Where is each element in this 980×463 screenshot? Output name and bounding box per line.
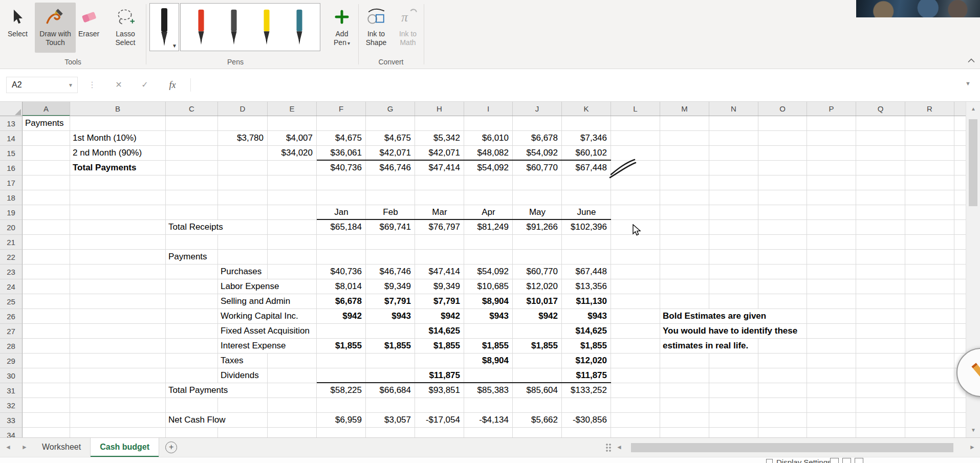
cell-C31[interactable]: Total Payments xyxy=(168,383,232,398)
cell-D29[interactable]: Taxes xyxy=(221,354,247,368)
row-header-21[interactable]: 21 xyxy=(0,235,23,250)
cell-B16[interactable]: Total Payments xyxy=(73,161,140,175)
row-header-15[interactable]: 15 xyxy=(0,146,23,161)
name-box[interactable]: A2 ▼ xyxy=(6,77,78,93)
cell-K26[interactable]: $943 xyxy=(562,309,607,323)
cell-I33[interactable]: -$4,134 xyxy=(465,413,509,427)
cell-J23[interactable]: $60,770 xyxy=(513,264,558,279)
cell-D30[interactable]: Dividends xyxy=(221,368,263,383)
column-header-H[interactable]: H xyxy=(415,102,464,116)
formula-input[interactable] xyxy=(195,77,958,93)
cell-H26[interactable]: $942 xyxy=(416,309,460,323)
scroll-down-icon[interactable]: ▼ xyxy=(966,423,980,437)
cell-I20[interactable]: $81,249 xyxy=(465,220,509,234)
column-header-E[interactable]: E xyxy=(268,102,317,116)
cell-I16[interactable]: $54,092 xyxy=(465,161,509,175)
scroll-up-icon[interactable]: ▲ xyxy=(966,102,980,116)
cell-H15[interactable]: $42,071 xyxy=(416,146,460,160)
add-pen-button[interactable]: Add Pen▾ xyxy=(329,3,355,53)
name-box-dropdown-icon[interactable]: ▼ xyxy=(68,82,77,88)
column-header-G[interactable]: G xyxy=(366,102,415,116)
cell-E15[interactable]: $34,020 xyxy=(268,146,313,160)
cell-I23[interactable]: $54,092 xyxy=(465,264,509,279)
collapse-ribbon-icon[interactable] xyxy=(967,56,977,64)
cell-I15[interactable]: $48,082 xyxy=(465,146,509,160)
cell-I14[interactable]: $6,010 xyxy=(465,131,509,145)
cell-K24[interactable]: $13,356 xyxy=(562,279,607,294)
cell-J19[interactable]: May xyxy=(513,205,562,219)
row-header-33[interactable]: 33 xyxy=(0,413,23,428)
cell-J24[interactable]: $12,020 xyxy=(513,279,558,294)
normal-view-icon[interactable] xyxy=(830,458,839,463)
red-pen-button[interactable] xyxy=(195,7,207,48)
cell-I28[interactable]: $1,855 xyxy=(465,339,509,353)
cell-K19[interactable]: June xyxy=(562,205,611,219)
cell-D23[interactable]: Purchases xyxy=(221,264,266,279)
eraser-button[interactable]: Eraser xyxy=(76,3,102,53)
cell-H23[interactable]: $47,414 xyxy=(416,264,460,279)
scrollbar-resize-grip[interactable] xyxy=(605,443,612,452)
cell-B14[interactable]: 1st Month (10%) xyxy=(73,131,141,145)
gray-pen-button[interactable] xyxy=(228,7,240,48)
cell-G31[interactable]: $66,684 xyxy=(366,383,411,398)
cell-F15[interactable]: $36,061 xyxy=(317,146,362,160)
cell-F24[interactable]: $8,014 xyxy=(317,279,362,294)
cell-B15[interactable]: 2 nd Month (90%) xyxy=(73,146,146,160)
cell-D28[interactable]: Interest Expense xyxy=(221,339,290,353)
draw-with-touch-button[interactable]: Draw with Touch xyxy=(35,3,76,53)
display-settings[interactable]: Display Settings xyxy=(766,458,832,463)
cell-G33[interactable]: $3,057 xyxy=(366,413,411,427)
cell-K29[interactable]: $12,020 xyxy=(562,354,607,368)
cell-G15[interactable]: $42,071 xyxy=(366,146,411,160)
cell-G14[interactable]: $4,675 xyxy=(366,131,411,145)
lasso-select-button[interactable]: Lasso Select xyxy=(105,3,146,53)
cell-D24[interactable]: Labor Expense xyxy=(221,279,283,294)
cell-G25[interactable]: $7,791 xyxy=(366,294,411,308)
cell-K27[interactable]: $14,625 xyxy=(562,324,607,338)
cell-J15[interactable]: $54,092 xyxy=(513,146,558,160)
cell-K14[interactable]: $7,346 xyxy=(562,131,607,145)
cell-M28[interactable]: estimates in real life. xyxy=(663,339,752,353)
cell-G28[interactable]: $1,855 xyxy=(366,339,411,353)
cell-H14[interactable]: $5,342 xyxy=(416,131,460,145)
cell-M26[interactable]: Bold Estimates are given xyxy=(663,309,770,323)
cell-J33[interactable]: $5,662 xyxy=(513,413,558,427)
row-header-18[interactable]: 18 xyxy=(0,190,23,205)
cell-K25[interactable]: $11,130 xyxy=(562,294,607,308)
row-header-34[interactable]: 34 xyxy=(0,428,23,437)
column-header-C[interactable]: C xyxy=(166,102,218,116)
ink-to-shape-button[interactable]: Ink to Shape xyxy=(361,3,391,53)
row-header-28[interactable]: 28 xyxy=(0,339,23,354)
column-header-A[interactable]: A xyxy=(23,102,70,116)
cell-A13[interactable]: Payments xyxy=(25,116,68,130)
cell-F26[interactable]: $942 xyxy=(317,309,362,323)
cell-K16[interactable]: $67,448 xyxy=(562,161,607,175)
cell-I29[interactable]: $8,904 xyxy=(465,354,509,368)
sheet-nav-right-icon[interactable]: ► xyxy=(16,438,33,457)
cell-H27[interactable]: $14,625 xyxy=(416,324,460,338)
column-header-D[interactable]: D xyxy=(218,102,268,116)
cell-H16[interactable]: $47,414 xyxy=(416,161,460,175)
column-header-F[interactable]: F xyxy=(317,102,366,116)
cell-J28[interactable]: $1,855 xyxy=(513,339,558,353)
cell-I26[interactable]: $943 xyxy=(465,309,509,323)
cell-D25[interactable]: Selling and Admin xyxy=(221,294,294,308)
hscroll-right-icon[interactable]: ► xyxy=(965,438,980,457)
cell-G24[interactable]: $9,349 xyxy=(366,279,411,294)
column-header-I[interactable]: I xyxy=(464,102,513,116)
sheet-tab-worksheet[interactable]: Worksheet xyxy=(33,438,91,457)
cell-J14[interactable]: $6,678 xyxy=(513,131,558,145)
cell-C20[interactable]: Total Receipts xyxy=(168,220,227,234)
yellow-pen-button[interactable] xyxy=(260,7,273,48)
cell-H19[interactable]: Mar xyxy=(415,205,464,219)
row-header-14[interactable]: 14 xyxy=(0,131,23,146)
hscroll-left-icon[interactable]: ◄ xyxy=(612,438,627,457)
page-layout-view-icon[interactable] xyxy=(842,458,851,463)
cell-F19[interactable]: Jan xyxy=(317,205,366,219)
cell-G23[interactable]: $46,746 xyxy=(366,264,411,279)
cell-J26[interactable]: $942 xyxy=(513,309,558,323)
cell-M27[interactable]: You would have to identify these xyxy=(663,324,801,338)
cell-I25[interactable]: $8,904 xyxy=(465,294,509,308)
row-header-19[interactable]: 19 xyxy=(0,205,23,220)
cell-F25[interactable]: $6,678 xyxy=(317,294,362,308)
